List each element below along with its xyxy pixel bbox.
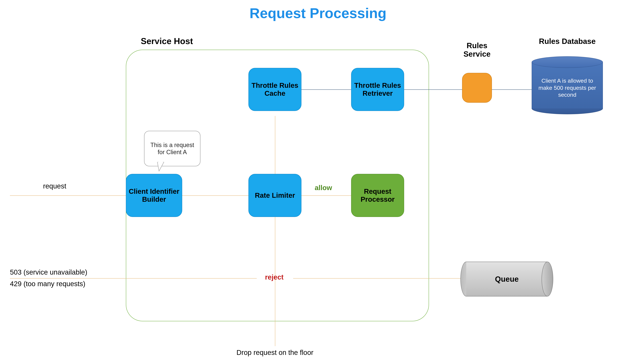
edge-label-reject: reject — [265, 273, 284, 281]
callout-tail — [156, 162, 166, 172]
callout-client-a: This is a request for Client A — [144, 131, 200, 166]
node-client-identifier-builder: Client Identifier Builder — [126, 174, 182, 217]
edge-label-request: request — [43, 182, 66, 190]
svg-marker-0 — [157, 162, 164, 171]
edge-cache-retriever — [302, 90, 351, 90]
node-label: Throttle Rules Retriever — [353, 82, 402, 98]
node-rules-database: Client A is allowed to make 500 requests… — [532, 56, 603, 114]
node-label: Rate Limiter — [255, 192, 295, 200]
node-rules-service — [462, 73, 492, 103]
db-rule-text: Client A is allowed to make 500 requests… — [537, 77, 598, 98]
drop-on-floor-label: Drop request on the floor — [196, 348, 354, 356]
node-request-processor: Request Processor — [351, 174, 404, 217]
edge-rl-allow — [302, 196, 351, 196]
node-rate-limiter: Rate Limiter — [248, 174, 302, 217]
node-label: Request Processor — [353, 188, 402, 204]
rules-database-label: Rules Database — [531, 37, 604, 46]
edge-reject-left — [10, 278, 257, 278]
response-429: 429 (too many requests) — [10, 280, 85, 288]
page-title: Request Processing — [0, 5, 636, 21]
node-label: Client Identifier Builder — [128, 188, 180, 204]
service-host-label: Service Host — [141, 36, 193, 46]
response-503: 503 (service unavailable) — [10, 268, 87, 276]
edge-retriever-rules-service — [404, 90, 462, 90]
diagram-stage: Request Processing Service Host Rules Se… — [0, 0, 636, 364]
edge-label-allow: allow — [315, 184, 332, 192]
callout-text: This is a request for Client A — [148, 142, 197, 156]
node-throttle-rules-retriever: Throttle Rules Retriever — [351, 68, 404, 111]
node-label: Throttle Rules Cache — [250, 82, 300, 98]
rules-service-label: Rules Service — [456, 42, 498, 58]
queue-label: Queue — [495, 274, 518, 284]
node-queue: Queue — [460, 262, 553, 296]
node-throttle-rules-cache: Throttle Rules Cache — [248, 68, 302, 111]
edge-request-in — [10, 196, 126, 196]
edge-reject-right — [293, 278, 460, 278]
edge-rules-service-db — [492, 90, 532, 90]
edge-cib-rl — [182, 196, 248, 196]
edge-cache-rl — [275, 116, 275, 179]
